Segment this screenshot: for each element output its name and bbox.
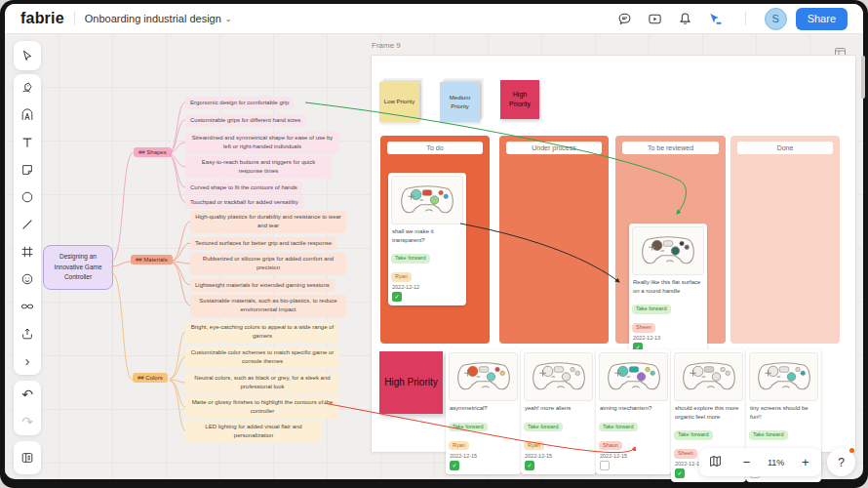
- sticky-note-tool-icon[interactable]: [14, 156, 41, 183]
- card-checkbox[interactable]: [600, 461, 610, 470]
- tag-ryan[interactable]: Ryan: [449, 441, 469, 451]
- tag-ryan[interactable]: Ryan: [391, 272, 412, 282]
- mindmap-leaf[interactable]: Matte or glossy finishes to highlight th…: [185, 396, 339, 419]
- column-header-under-process[interactable]: Under process: [506, 142, 602, 154]
- column-under-process[interactable]: Under process: [499, 136, 609, 344]
- video-icon[interactable]: [645, 8, 666, 29]
- card-aiming-mechanism[interactable]: aiming mechanism? Take forward Shaun 202…: [596, 349, 671, 474]
- tag-shaun[interactable]: Shaun: [599, 441, 622, 451]
- mindmap-leaf[interactable]: High-quality plastics for durability and…: [190, 211, 346, 233]
- mindmap-leaf[interactable]: Bright, eye-catching colors to appeal to…: [185, 321, 339, 344]
- tag-take-forward[interactable]: Take forward: [632, 305, 671, 314]
- card-image-controller-sketch: [599, 352, 668, 401]
- column-header-done[interactable]: Done: [737, 142, 833, 154]
- tag-take-forward[interactable]: Take forward: [449, 423, 488, 432]
- tag-sheen[interactable]: Sheen: [632, 323, 655, 333]
- line-tool-icon[interactable]: [14, 211, 41, 238]
- card-date: 2022-12-13: [633, 335, 703, 341]
- select-tool-icon[interactable]: [14, 42, 41, 69]
- toolbar-history-group: ↶ ↷: [14, 381, 41, 435]
- mindmap-leaf[interactable]: Textured surfaces for better grip and ta…: [190, 237, 336, 250]
- card-image-controller-sketch: [391, 176, 463, 224]
- card-flat-surface[interactable]: Really like this flat surface on a round…: [629, 224, 707, 356]
- mindmap-leaf[interactable]: Rubberized or silicone grips for added c…: [190, 253, 346, 275]
- mindmap-branch-shapes[interactable]: ## Shapes: [134, 147, 172, 157]
- card-date: 2022-12-12: [392, 284, 462, 290]
- mindmap-leaf[interactable]: Customizable color schemes to match spec…: [185, 346, 339, 369]
- sticky-note-high-priority[interactable]: High Priority: [500, 80, 539, 119]
- more-tools-icon[interactable]: ›: [14, 347, 41, 375]
- card-checkbox[interactable]: ✓: [392, 292, 402, 302]
- sticky-note-medium-priority[interactable]: Medium Priority: [440, 82, 480, 122]
- mindmap-leaf[interactable]: Lightweight materials for extended gamin…: [190, 279, 335, 292]
- column-header-to-be-reviewed[interactable]: To be reviewed: [622, 142, 719, 154]
- card-text: yeah! more aliens: [525, 404, 592, 413]
- comments-icon[interactable]: [614, 8, 636, 29]
- text-tool-icon[interactable]: [14, 129, 41, 156]
- emoji-tool-icon[interactable]: [14, 265, 41, 293]
- tag-take-forward[interactable]: Take forward: [524, 423, 563, 432]
- tag-take-forward[interactable]: Take forward: [599, 423, 638, 432]
- mindmap-leaf[interactable]: Sustainable materials, such as bio-plast…: [190, 295, 346, 317]
- card-transparent[interactable]: shall we make it transparent? Take forwa…: [388, 173, 466, 305]
- tag-sheen[interactable]: Sheen: [674, 449, 697, 459]
- mindmap-leaf[interactable]: Customizable grips for different hand si…: [185, 114, 305, 127]
- card-text: should explore this more organic feel mo…: [675, 404, 742, 421]
- pointer-tool-icon[interactable]: [705, 8, 727, 29]
- shape-tool-icon[interactable]: [14, 183, 41, 211]
- column-header-todo[interactable]: To do: [387, 142, 483, 154]
- sticker-tool-icon[interactable]: [14, 74, 41, 102]
- card-text: shall we make it transparent?: [392, 227, 462, 244]
- card-more-aliens[interactable]: yeah! more aliens Take forward Ryan 2022…: [521, 349, 596, 474]
- stencil-tool-icon[interactable]: [14, 102, 41, 129]
- toolbar-select-group: [14, 41, 41, 70]
- zoom-out-button[interactable]: −: [736, 455, 758, 469]
- redo-icon[interactable]: ↷: [14, 408, 41, 435]
- card-image-controller-sketch: [749, 352, 818, 401]
- board-title-menu[interactable]: Onboarding industrial design ⌄: [85, 13, 232, 24]
- chevron-down-icon: ⌄: [225, 15, 232, 23]
- tag-take-forward[interactable]: Take forward: [391, 254, 430, 264]
- mindmap-leaf[interactable]: Streamlined and symmetrical shape for ea…: [185, 132, 339, 154]
- mindmap-leaf[interactable]: Easy-to-reach buttons and triggers for q…: [185, 156, 332, 179]
- sticky-note-low-priority[interactable]: Low Priority: [379, 82, 419, 122]
- card-image-controller-sketch: [632, 226, 704, 275]
- card-checkbox[interactable]: ✓: [675, 468, 685, 478]
- mindmap-branch-materials[interactable]: ## Materials: [131, 255, 173, 264]
- mindmap-leaf[interactable]: Touchpad or trackball for added versatil…: [185, 196, 303, 209]
- mindmap-leaf[interactable]: LED lighting for added visual flair and …: [185, 421, 322, 443]
- mindmap-root-node[interactable]: Designing an Innovative Game Controller: [43, 245, 113, 290]
- tag-ryan[interactable]: Ryan: [524, 441, 544, 451]
- tag-take-forward[interactable]: Take forward: [674, 430, 713, 440]
- mindmap-leaf[interactable]: Ergonomic design for comfortable grip: [185, 97, 294, 109]
- card-date: 2022-12-15: [525, 453, 592, 459]
- card-checkbox[interactable]: ✓: [525, 461, 534, 470]
- sticky-note-high-priority-large[interactable]: High Priority: [379, 351, 443, 414]
- avatar[interactable]: S: [765, 8, 787, 30]
- share-button[interactable]: Share: [796, 8, 848, 30]
- link-tool-icon[interactable]: [14, 293, 41, 320]
- vertical-scrollbar[interactable]: [861, 56, 865, 99]
- pages-panel-icon[interactable]: [14, 444, 41, 471]
- export-tool-icon[interactable]: [14, 320, 41, 347]
- app-logo: fabrie: [20, 10, 64, 27]
- card-text: Really like this flat surface on a round…: [633, 278, 703, 295]
- minimap-icon[interactable]: [704, 455, 726, 470]
- card-asymmetrical[interactable]: asymmetrical? Take forward Ryan 2022-12-…: [446, 349, 521, 474]
- zoom-in-button[interactable]: +: [795, 455, 816, 469]
- notifications-bell-icon[interactable]: [675, 8, 696, 29]
- help-button[interactable]: ?: [827, 448, 855, 476]
- top-bar: fabrie Onboarding industrial design ⌄: [5, 4, 863, 33]
- undo-icon[interactable]: ↶: [14, 381, 41, 408]
- board-title: Onboarding industrial design: [85, 13, 221, 24]
- frame-tool-icon[interactable]: [14, 238, 41, 265]
- card-image-controller-sketch: [524, 352, 593, 401]
- zoom-level[interactable]: 11%: [768, 458, 784, 468]
- mindmap-leaf[interactable]: Curved shape to fit the contours of hand…: [185, 182, 302, 194]
- mindmap-branch-colors[interactable]: ## Colors: [133, 373, 168, 383]
- column-done[interactable]: Done: [730, 136, 840, 344]
- tag-take-forward[interactable]: Take forward: [749, 430, 788, 440]
- mindmap-leaf[interactable]: Neutral colors, such as black or grey, f…: [185, 372, 339, 394]
- frame-title[interactable]: Frame 9: [372, 41, 401, 50]
- card-checkbox[interactable]: ✓: [450, 461, 459, 470]
